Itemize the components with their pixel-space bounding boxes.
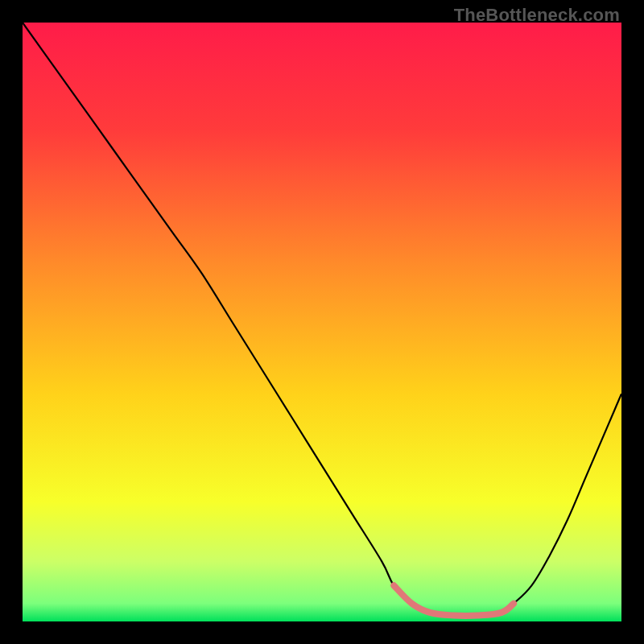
bottleneck-chart bbox=[23, 23, 621, 621]
watermark-text: TheBottleneck.com bbox=[454, 5, 620, 26]
gradient-background bbox=[23, 23, 621, 621]
plot-frame bbox=[23, 23, 621, 621]
